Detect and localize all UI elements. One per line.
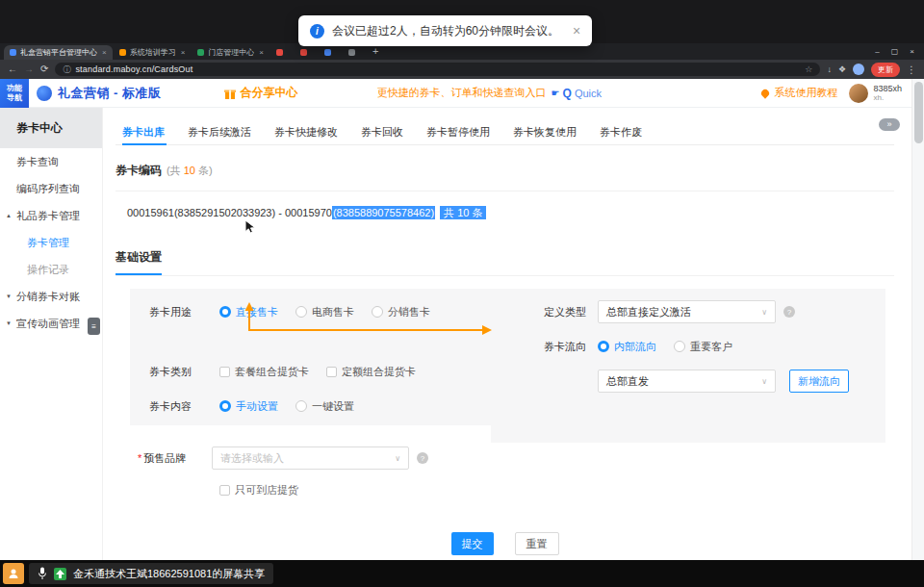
tab-card-recycle[interactable]: 券卡回收 bbox=[349, 119, 415, 144]
extensions-icon[interactable]: ❖ bbox=[838, 64, 846, 74]
browser-tab[interactable]: 系统培训学习 × bbox=[114, 45, 192, 60]
card-code-range: 00015961(8385291502033923) - 00015970(83… bbox=[127, 206, 894, 220]
tab-close-icon[interactable]: × bbox=[102, 48, 107, 57]
share-status-chip: 金禾通技术王斌18662591081的屏幕共享 bbox=[29, 563, 273, 584]
expand-triangle-icon: ▲ bbox=[6, 213, 16, 218]
browser-tab-mini[interactable] bbox=[343, 45, 366, 60]
sidebar-item-code-sequence-query[interactable]: 编码序列查询 bbox=[0, 175, 102, 202]
radio-internal-flow[interactable]: 内部流向 bbox=[598, 340, 656, 354]
microphone-icon[interactable] bbox=[38, 567, 47, 580]
radio-direct-sale[interactable]: 直接售卡 bbox=[219, 305, 278, 319]
user-avatar[interactable] bbox=[849, 84, 868, 103]
tab-card-quick-edit[interactable]: 券卡快捷修改 bbox=[263, 119, 349, 144]
sidebar-item-card-management[interactable]: 券卡管理 bbox=[0, 229, 102, 256]
radio-important-customer[interactable]: 重要客户 bbox=[674, 340, 732, 354]
sidebar-collapse-handle[interactable]: ≡ bbox=[88, 318, 100, 335]
sidebar-item-label: 分销券卡对账 bbox=[16, 290, 80, 304]
sidebar-group-gift-card-management[interactable]: ▲ 礼品券卡管理 bbox=[0, 202, 102, 229]
panel-expand-button[interactable]: » bbox=[879, 118, 900, 131]
sidebar-item-label: 编码序列查询 bbox=[16, 182, 80, 196]
radio-manual-setup[interactable]: 手动设置 bbox=[219, 399, 278, 414]
share-center-link[interactable]: 合分享中心 bbox=[223, 85, 298, 101]
tab-card-void[interactable]: 券卡作废 bbox=[588, 119, 654, 144]
add-flow-button[interactable]: 新增流向 bbox=[789, 370, 849, 393]
sidebar-item-label: 券卡管理 bbox=[27, 236, 69, 250]
back-icon[interactable]: ← bbox=[8, 64, 17, 74]
card-usage-label: 券卡用途 bbox=[149, 305, 209, 319]
radio-ecommerce-sale[interactable]: 电商售卡 bbox=[295, 305, 354, 319]
code-section-title: 券卡编码 bbox=[116, 163, 162, 179]
system-tutorial-link[interactable]: 系统使用教程 bbox=[761, 86, 837, 100]
submit-button[interactable]: 提交 bbox=[451, 532, 494, 555]
radio-distribution-sale[interactable]: 分销售卡 bbox=[372, 305, 430, 319]
browser-window: 礼盒营销平台管理中心 × 系统培训学习 × 门店管理中心 × + – ▢ × bbox=[0, 43, 924, 560]
window-close-button[interactable]: × bbox=[910, 47, 914, 56]
radio-one-click-setup[interactable]: 一键设置 bbox=[295, 399, 354, 414]
download-icon[interactable]: ↓ bbox=[827, 64, 832, 74]
favicon bbox=[324, 49, 331, 56]
tab-card-resume[interactable]: 券卡恢复使用 bbox=[501, 119, 588, 144]
select-value: 总部直接定义激活 bbox=[606, 305, 691, 319]
option-label: 手动设置 bbox=[236, 399, 278, 414]
page-scrollbar[interactable] bbox=[911, 79, 924, 560]
new-tab-button[interactable]: + bbox=[372, 44, 378, 59]
site-info-icon[interactable]: ⓘ bbox=[63, 64, 70, 75]
presale-brand-select[interactable]: 请选择或输入 ∨ bbox=[212, 447, 409, 470]
screen-share-icon[interactable] bbox=[54, 568, 66, 580]
browser-update-button[interactable]: 更新 bbox=[871, 63, 900, 77]
sidebar-item-card-query[interactable]: 券卡查询 bbox=[0, 148, 102, 175]
toast-close-icon[interactable]: × bbox=[573, 23, 580, 38]
minimize-button[interactable]: – bbox=[875, 47, 879, 56]
url-text: standard.maboy.cn/CardsOut bbox=[75, 64, 192, 74]
reload-icon[interactable]: ⟳ bbox=[40, 64, 48, 74]
browser-tab-mini[interactable] bbox=[319, 45, 342, 60]
radio-icon bbox=[295, 306, 307, 318]
browser-tab-mini[interactable] bbox=[295, 45, 318, 60]
browser-tab-mini[interactable] bbox=[270, 45, 294, 60]
sidebar-item-label: 宣传动画管理 bbox=[16, 317, 80, 331]
radio-icon bbox=[598, 341, 609, 352]
form-footer: 提交 重置 bbox=[116, 532, 894, 555]
divider bbox=[116, 191, 894, 191]
bookmark-star-icon[interactable]: ☆ bbox=[805, 64, 812, 74]
url-field[interactable]: ⓘ standard.maboy.cn/CardsOut ☆ bbox=[55, 63, 820, 76]
checkbox-icon[interactable] bbox=[219, 485, 230, 496]
option-label: 分销售卡 bbox=[388, 305, 430, 319]
share-center-label: 合分享中心 bbox=[241, 85, 298, 101]
define-type-select[interactable]: 总部直接定义激活 ∨ bbox=[598, 300, 776, 323]
screen: i 会议已超过2人，自动转为60分钟限时会议。 × 礼盒营销平台管理中心 × 系… bbox=[0, 0, 924, 587]
tab-card-suspend[interactable]: 券卡暂停使用 bbox=[415, 119, 501, 144]
presale-brand-label: *预售品牌 bbox=[138, 451, 212, 466]
tab-card-followup-activation[interactable]: 券卡后续激活 bbox=[176, 119, 263, 144]
scrollbar-thumb[interactable] bbox=[914, 82, 923, 143]
tab-close-icon[interactable]: × bbox=[181, 48, 186, 57]
checkbox-package-combo-card[interactable]: 套餐组合提货卡 bbox=[219, 365, 309, 379]
help-icon[interactable]: ? bbox=[783, 306, 795, 318]
address-bar: ← → ⟳ ⓘ standard.maboy.cn/CardsOut ☆ ↓ ❖… bbox=[0, 60, 924, 79]
browser-menu-icon[interactable]: ⋮ bbox=[907, 64, 916, 75]
forward-icon[interactable]: → bbox=[24, 64, 34, 74]
user-names: 8385xh xh. bbox=[873, 84, 902, 103]
checkbox-fixed-amount-combo-card[interactable]: 定额组合提货卡 bbox=[326, 365, 416, 379]
quick-entry-link[interactable]: 更快捷的券卡、订单和快递查询入口 bbox=[377, 86, 547, 100]
reset-button[interactable]: 重置 bbox=[515, 532, 559, 555]
maximize-button[interactable]: ▢ bbox=[891, 47, 899, 56]
help-icon[interactable]: ? bbox=[417, 452, 428, 464]
feature-nav-button[interactable]: 功能 导航 bbox=[0, 79, 29, 108]
card-content-label: 券卡内容 bbox=[149, 399, 209, 414]
presale-brand-row: *预售品牌 请选择或输入 ∨ ? bbox=[138, 447, 894, 470]
sidebar-group-distribution-reconciliation[interactable]: ▼ 分销券卡对账 bbox=[0, 283, 102, 310]
store-pickup-row: 只可到店提货 bbox=[219, 483, 894, 498]
option-label: 一键设置 bbox=[312, 399, 354, 414]
browser-tab-active[interactable]: 礼盒营销平台管理中心 × bbox=[4, 45, 113, 60]
favicon bbox=[197, 49, 204, 56]
sidebar-item-operation-log[interactable]: 操作记录 bbox=[0, 256, 102, 283]
quick-link[interactable]: Q Quick bbox=[563, 87, 602, 100]
tab-card-outbound[interactable]: 券卡出库 bbox=[116, 119, 176, 144]
code-range-selected: (8385889075578462) bbox=[332, 206, 435, 219]
browser-tab[interactable]: 门店管理中心 × bbox=[192, 45, 270, 60]
browser-profile-avatar[interactable] bbox=[853, 64, 864, 75]
sidebar-item-label: 礼品券卡管理 bbox=[16, 209, 80, 223]
tab-close-icon[interactable]: × bbox=[259, 48, 264, 57]
flow-select[interactable]: 总部直发 ∨ bbox=[598, 370, 776, 393]
